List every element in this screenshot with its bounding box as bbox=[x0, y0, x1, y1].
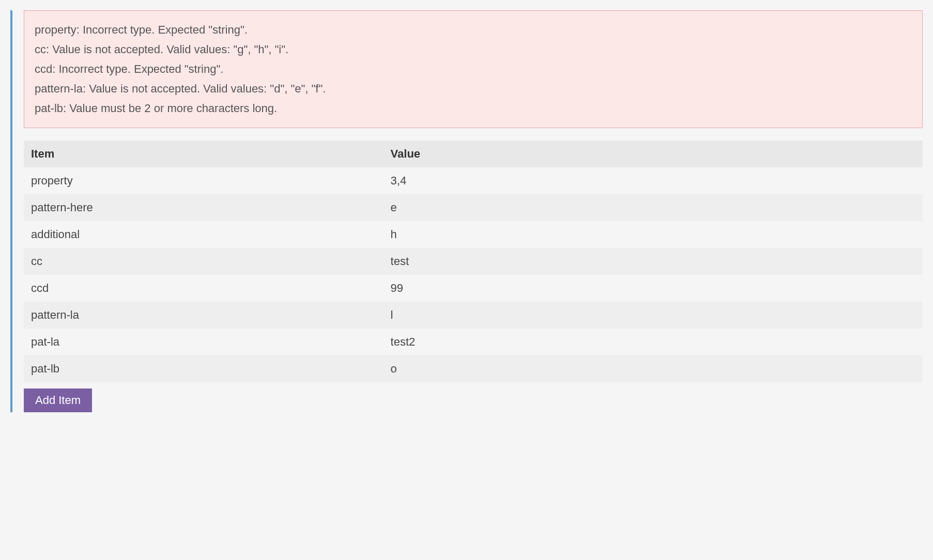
error-message: pattern-la: Value is not accepted. Valid… bbox=[35, 79, 912, 99]
cell-value: o bbox=[384, 355, 923, 382]
main-container: property: Incorrect type. Expected "stri… bbox=[0, 10, 933, 412]
table-header-row: Item Value bbox=[24, 141, 923, 167]
cell-item: pattern-here bbox=[24, 194, 384, 221]
error-message: pat-lb: Value must be 2 or more characte… bbox=[35, 99, 912, 118]
cell-value: 99 bbox=[384, 275, 923, 302]
cell-item: pat-la bbox=[24, 329, 384, 355]
cell-value: l bbox=[384, 302, 923, 329]
add-item-button[interactable]: Add Item bbox=[24, 388, 92, 412]
error-message: cc: Value is not accepted. Valid values:… bbox=[35, 40, 912, 59]
table-row[interactable]: cc test bbox=[24, 248, 923, 275]
table-row[interactable]: pat-la test2 bbox=[24, 329, 923, 355]
cell-item: cc bbox=[24, 248, 384, 275]
cell-value: e bbox=[384, 194, 923, 221]
error-message: ccd: Incorrect type. Expected "string". bbox=[35, 59, 912, 79]
table-row[interactable]: pattern-la l bbox=[24, 302, 923, 329]
table-row[interactable]: pat-lb o bbox=[24, 355, 923, 382]
table-row[interactable]: additional h bbox=[24, 221, 923, 248]
cell-value: test bbox=[384, 248, 923, 275]
table-row[interactable]: ccd 99 bbox=[24, 275, 923, 302]
content-area: property: Incorrect type. Expected "stri… bbox=[12, 10, 933, 412]
table-row[interactable]: pattern-here e bbox=[24, 194, 923, 221]
cell-item: additional bbox=[24, 221, 384, 248]
cell-value: 3,4 bbox=[384, 167, 923, 194]
cell-item: pat-lb bbox=[24, 355, 384, 382]
table-row[interactable]: property 3,4 bbox=[24, 167, 923, 194]
column-header-item: Item bbox=[24, 141, 384, 167]
cell-item: ccd bbox=[24, 275, 384, 302]
column-header-value: Value bbox=[384, 141, 923, 167]
cell-value: test2 bbox=[384, 329, 923, 355]
data-table: Item Value property 3,4 pattern-here e a… bbox=[24, 141, 923, 382]
cell-item: property bbox=[24, 167, 384, 194]
cell-item: pattern-la bbox=[24, 302, 384, 329]
cell-value: h bbox=[384, 221, 923, 248]
error-box: property: Incorrect type. Expected "stri… bbox=[24, 10, 923, 128]
error-message: property: Incorrect type. Expected "stri… bbox=[35, 20, 912, 40]
